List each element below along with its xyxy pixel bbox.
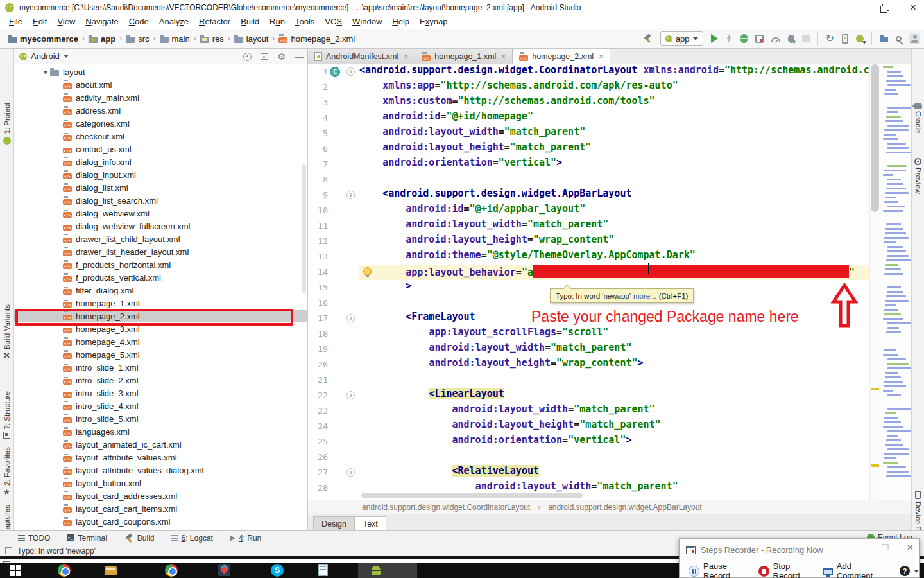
tool-button-2-favorites[interactable]: 2: Favorites★ — [0, 447, 13, 496]
tree-row-dialog_input.xml[interactable]: dialog_input.xml — [14, 168, 308, 181]
menu-window[interactable]: Window — [347, 17, 387, 26]
taskbar-icon-mail[interactable] — [105, 564, 117, 577]
build-project-icon[interactable] — [642, 33, 653, 44]
search-everywhere-icon[interactable] — [896, 36, 902, 42]
close-button[interactable] — [909, 3, 918, 12]
tree-row-layout_button.xml[interactable]: layout_button.xml — [14, 477, 308, 489]
editor-tab-homepage_1.xml[interactable]: homepage_1.xml× — [415, 49, 513, 64]
sr-close-button[interactable]: ✕ — [907, 543, 914, 552]
tool-window-button-6-logcat[interactable]: 6: Logcat — [171, 534, 213, 543]
tree-row-folder-layout[interactable]: ▼layout — [14, 66, 308, 78]
menu-code[interactable]: Code — [124, 17, 154, 26]
sr-minimize-button[interactable]: — — [855, 543, 863, 552]
editor-tab-homepage_2.xml[interactable]: homepage_2.xml× — [513, 49, 610, 64]
menu-vcs[interactable]: VCS — [320, 17, 347, 26]
fold-marker-icon[interactable]: ∨ — [346, 191, 355, 199]
tree-row-layout_attribute_values_dialog.xml[interactable]: layout_attribute_values_dialog.xml — [14, 464, 308, 477]
tree-row-checkout.xml[interactable]: checkout.xml — [14, 130, 308, 143]
run-button-icon[interactable] — [711, 34, 718, 43]
hide-panel-icon[interactable]: — — [295, 53, 304, 60]
project-scrollbar[interactable] — [302, 164, 306, 293]
breadcrumb-item-layout[interactable]: layout — [233, 34, 270, 44]
menu-tools[interactable]: Tools — [290, 17, 320, 26]
fold-marker-icon[interactable]: ∨ — [346, 314, 355, 322]
code-minimap[interactable] — [880, 64, 911, 500]
gear-icon[interactable]: ⚙ — [277, 53, 286, 61]
tool-window-button-build[interactable]: Build — [124, 533, 155, 543]
breadcrumb-item-main[interactable]: main — [158, 34, 191, 44]
avd-manager-icon[interactable] — [842, 34, 848, 44]
tree-row-contact_us.xml[interactable]: contact_us.xml — [14, 143, 308, 155]
menu-navigate[interactable]: Navigate — [80, 17, 123, 26]
code-area[interactable]: 1C∨23456789∨1011121314151617∨1819202122∨… — [308, 64, 911, 500]
tree-row-dialog_webview.xml[interactable]: dialog_webview.xml — [14, 207, 308, 220]
editor-breadcrumb-item[interactable]: android.support.design.widget.Coordinato… — [362, 503, 530, 512]
avatar-icon[interactable] — [909, 33, 920, 44]
tree-row-intro_slide_1.xml[interactable]: intro_slide_1.xml — [14, 361, 308, 374]
menu-view[interactable]: View — [52, 17, 80, 26]
tree-row-homepage_5.xml[interactable]: homepage_5.xml — [14, 348, 308, 361]
intention-bulb-icon[interactable] — [363, 267, 372, 276]
breadcrumb-item-src[interactable]: src — [124, 34, 150, 44]
tree-row-f_products_horizontal.xml[interactable]: f_products_horizontal.xml — [14, 258, 308, 271]
breadcrumb-item-homepage_2.xml[interactable]: homepage_2.xml — [277, 34, 356, 44]
vertical-scrollbar[interactable] — [871, 64, 879, 212]
fold-marker-icon[interactable]: ∨ — [346, 391, 355, 399]
breadcrumb-item-myecommerce[interactable]: myecommerce — [6, 34, 80, 44]
tab-close-icon[interactable]: × — [599, 52, 603, 61]
coverage-icon[interactable] — [755, 35, 764, 43]
run-config-select[interactable]: app — [660, 31, 703, 46]
view-tab-text[interactable]: Text — [355, 516, 386, 530]
warning-stripe-mark[interactable] — [871, 388, 879, 390]
tree-row-intro_slide_3.xml[interactable]: intro_slide_3.xml — [14, 387, 308, 399]
tree-row-layout_card_cart_items.xml[interactable]: layout_card_cart_items.xml — [14, 502, 308, 515]
tree-row-dialog_info.xml[interactable]: dialog_info.xml — [14, 155, 308, 168]
debug-icon[interactable] — [740, 34, 748, 43]
tool-window-button-terminal[interactable]: Terminal — [67, 534, 107, 543]
sdk-manager-icon[interactable] — [856, 35, 864, 42]
tool-button-1-project[interactable]: 1: Project — [0, 103, 13, 144]
tree-row-activity_main.xml[interactable]: activity_main.xml — [14, 91, 308, 104]
stop-icon[interactable] — [802, 35, 810, 42]
restore-button[interactable] — [880, 3, 889, 12]
gradle-sync-icon[interactable]: ↻ — [826, 33, 834, 44]
tree-row-categories.xml[interactable]: categories.xml — [14, 117, 308, 130]
taskbar-icon-notepad[interactable] — [318, 564, 331, 577]
taskbar-icon-photos[interactable] — [218, 564, 231, 577]
tree-row-homepage_1.xml[interactable]: homepage_1.xml — [14, 297, 308, 310]
tree-row-intro_slide_5.xml[interactable]: intro_slide_5.xml — [14, 412, 308, 425]
sr-help-button[interactable]: ? — [900, 566, 919, 576]
tree-row-dialog_list.xml[interactable]: dialog_list.xml — [14, 181, 308, 194]
menu-file[interactable]: File — [4, 17, 28, 26]
apply-changes-icon[interactable] — [726, 34, 733, 44]
taskbar-icon-chrome[interactable] — [165, 564, 178, 577]
sr-button-add-comment[interactable]: Add Comment — [823, 561, 878, 578]
editor-breadcrumb-item[interactable]: android.support.design.widget.AppBarLayo… — [548, 503, 702, 512]
tree-row-layout_card_addresses.xml[interactable]: layout_card_addresses.xml — [14, 489, 308, 502]
fold-marker-icon[interactable]: ∨ — [346, 468, 355, 477]
sr-button-pause-record[interactable]: Pause Record — [689, 561, 744, 578]
tree-row-layout_attribute_values.xml[interactable]: layout_attribute_values.xml — [14, 451, 308, 464]
locate-file-icon[interactable] — [243, 53, 252, 61]
breadcrumb-item-res[interactable]: res — [199, 34, 225, 44]
menu-help[interactable]: Help — [387, 17, 415, 26]
minimize-button[interactable] — [852, 3, 861, 12]
tab-close-icon[interactable]: × — [501, 52, 506, 61]
tree-row-about.xml[interactable]: about.xml — [14, 78, 308, 91]
attach-debugger-icon[interactable] — [788, 35, 794, 43]
toolwindow-toggle-icon[interactable] — [5, 547, 12, 554]
class-gutter-icon[interactable]: C — [330, 67, 340, 77]
taskbar-icon-skype[interactable]: S — [271, 564, 284, 577]
collapse-all-icon[interactable] — [261, 53, 268, 60]
menu-build[interactable]: Build — [235, 17, 264, 26]
tree-row-layout_card_coupons.xml[interactable]: layout_card_coupons.xml — [14, 515, 308, 528]
tree-row-intro_slide_2.xml[interactable]: intro_slide_2.xml — [14, 374, 308, 387]
editor-tab-AndroidManifest.xml[interactable]: AndroidManifest.xml× — [308, 49, 415, 64]
tool-button-preview[interactable]: Preview — [912, 158, 924, 194]
tree-row-dialog_list_search.xml[interactable]: dialog_list_search.xml — [14, 194, 308, 207]
tool-button-gradle[interactable]: Gradle — [912, 103, 924, 134]
tree-row-intro_slide_4.xml[interactable]: intro_slide_4.xml — [14, 399, 308, 412]
taskbar-icon-chrome[interactable] — [58, 564, 71, 577]
view-tab-design[interactable]: Design — [313, 516, 355, 530]
menu-analyze[interactable]: Analyze — [154, 17, 194, 26]
